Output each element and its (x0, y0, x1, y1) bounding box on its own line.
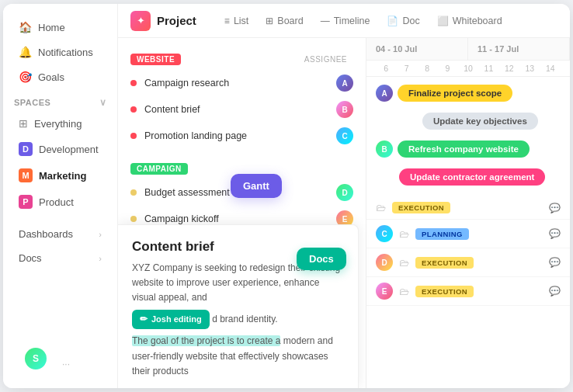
doc-icon: 📄 (387, 16, 398, 26)
task-assignee-avatar: D (336, 184, 353, 201)
task-row[interactable]: Content brief B (118, 96, 366, 123)
gantt-date: 7 (396, 64, 416, 73)
tab-list[interactable]: ≡ List (217, 12, 256, 30)
editing-badge: ✏ Josh editing (132, 310, 210, 329)
list-icon: ≡ (224, 16, 230, 26)
campaign-tag: CAMPAIGN (130, 163, 188, 175)
task-row[interactable]: Promotion landing page C (118, 123, 366, 149)
content-area: WEBSITE ASSIGNEE Campaign research A Con… (118, 38, 570, 388)
gantt-date: 13 (519, 64, 540, 73)
status-badge: PLANNING (415, 228, 469, 240)
task-name: Content brief (144, 104, 328, 115)
sidebar-item-dashboards[interactable]: Dashboards › (8, 223, 113, 245)
task-status-dot (130, 133, 137, 139)
website-section-header: WEBSITE ASSIGNEE (118, 47, 366, 70)
tab-timeline[interactable]: — Timeline (313, 12, 378, 30)
tab-board[interactable]: ⊞ Board (258, 12, 311, 30)
sidebar-item-label: Everything (34, 118, 82, 130)
folder-icon: 🗁 (399, 286, 409, 297)
highlighted-text: The goal of the project is to create a (132, 335, 280, 346)
sidebar-item-label: Product (39, 196, 74, 208)
bell-icon: 🔔 (19, 46, 32, 58)
task-assignee-avatar: A (336, 75, 353, 92)
product-badge: P (19, 195, 33, 209)
task-status-dot (130, 106, 137, 113)
gantt-dates: 6 7 8 9 10 11 12 13 14 (366, 61, 570, 77)
gantt-bar-row: Update key objectives (422, 113, 561, 130)
sidebar-item-development[interactable]: D Development (8, 137, 113, 161)
sidebar-item-goals[interactable]: 🎯 Goals (8, 65, 113, 88)
message-icon: 💬 (549, 286, 561, 297)
tab-whiteboard[interactable]: ⬜ Whiteboard (429, 12, 510, 30)
gantt-date: 14 (540, 64, 561, 73)
assignee-col-label: ASSIGNEE (304, 55, 353, 64)
gantt-status-rows: 🗁 EXECUTION 💬 C 🗁 PLANNING 💬 D 🗁 EXECUTI… (366, 196, 570, 306)
sidebar-item-marketing[interactable]: M Marketing (8, 163, 113, 188)
board-icon: ⊞ (266, 16, 273, 26)
sidebar-item-notifications[interactable]: 🔔 Notifications (8, 40, 113, 64)
task-status-dot (130, 189, 137, 196)
row-avatar: C (376, 225, 393, 242)
nav-tabs: ≡ List ⊞ Board — Timeline 📄 Doc ⬜ Whi (217, 12, 510, 30)
sidebar-item-docs[interactable]: Docs › (8, 247, 113, 269)
sidebar-item-label: Home (38, 22, 65, 33)
task-name: Promotion landing page (144, 130, 328, 141)
status-badge: EXECUTION (392, 202, 450, 213)
grid-icon: ⊞ (19, 117, 28, 130)
docs-panel-text: XYZ Company is seeking to redesign their… (132, 261, 344, 379)
task-name: Campaign kickoff (144, 213, 328, 224)
app-container: 🏠 Home 🔔 Notifications 🎯 Goals Spaces ∨ … (3, 4, 570, 388)
gantt-status-row: D 🗁 EXECUTION 💬 (366, 248, 570, 277)
dev-badge: D (19, 142, 33, 156)
row-avatar: E (376, 283, 393, 300)
gantt-bar-row: B Refresh company website (376, 140, 561, 158)
week-2-label: 11 - 17 Jul (468, 38, 570, 60)
task-assignee-avatar: B (336, 101, 353, 118)
gantt-bar[interactable]: Update contractor agreement (399, 168, 545, 186)
sidebar-item-product[interactable]: P Product (8, 189, 113, 214)
gantt-tooltip: Gantt (231, 174, 282, 198)
chevron-right-icon: › (99, 230, 102, 239)
project-logo: ✦ (130, 11, 151, 31)
gantt-week-header: 04 - 10 Jul 11 - 17 Jul (366, 38, 570, 61)
message-icon: 💬 (549, 203, 561, 213)
gantt-status-row: C 🗁 PLANNING 💬 (366, 220, 570, 248)
avatar-more-icon: ··· (62, 359, 70, 369)
gantt-status-row: E 🗁 EXECUTION 💬 (366, 277, 570, 306)
folder-icon: 🗁 (399, 257, 409, 269)
gantt-bar-row: A Finalize project scope (376, 85, 561, 102)
task-row[interactable]: Campaign research A (118, 70, 366, 96)
gantt-bar[interactable]: Refresh company website (398, 140, 530, 158)
tab-doc[interactable]: 📄 Doc (379, 12, 427, 30)
message-icon: 💬 (549, 228, 561, 239)
gantt-bar[interactable]: Finalize project scope (398, 85, 512, 102)
bar-avatar: B (376, 140, 393, 158)
chevron-down-icon: ∨ (99, 97, 107, 108)
gantt-panel: 04 - 10 Jul 11 - 17 Jul 6 7 8 9 10 11 12… (366, 38, 570, 388)
task-status-dot (130, 216, 137, 222)
gantt-date: 11 (478, 64, 498, 73)
sidebar-item-label: Docs (19, 252, 42, 264)
folder-icon: 🗁 (376, 202, 386, 213)
gantt-status-row: 🗁 EXECUTION 💬 (366, 196, 570, 220)
folder-icon: 🗁 (399, 228, 409, 240)
sidebar: 🏠 Home 🔔 Notifications 🎯 Goals Spaces ∨ … (3, 4, 118, 388)
gantt-date: 8 (417, 64, 437, 73)
avatar[interactable]: S (25, 348, 47, 369)
sidebar-item-label: Marketing (39, 170, 86, 182)
sidebar-item-label: Dashboards (19, 228, 73, 240)
task-status-dot (130, 80, 137, 86)
sidebar-item-label: Development (39, 144, 99, 155)
task-name: Campaign research (144, 78, 328, 88)
sidebar-item-home[interactable]: 🏠 Home (8, 16, 113, 39)
header: ✦ Project ≡ List ⊞ Board — Timeline (118, 4, 570, 38)
sidebar-item-label: Goals (38, 71, 64, 83)
gantt-bar[interactable]: Update key objectives (422, 113, 538, 130)
gantt-date: 12 (499, 64, 519, 73)
sidebar-item-everything[interactable]: ⊞ Everything (8, 112, 113, 135)
home-icon: 🏠 (19, 21, 32, 33)
pencil-icon: ✏ (140, 312, 148, 327)
status-badge: EXECUTION (415, 286, 474, 297)
spaces-section: Spaces ∨ (3, 89, 117, 111)
message-icon: 💬 (549, 257, 561, 268)
